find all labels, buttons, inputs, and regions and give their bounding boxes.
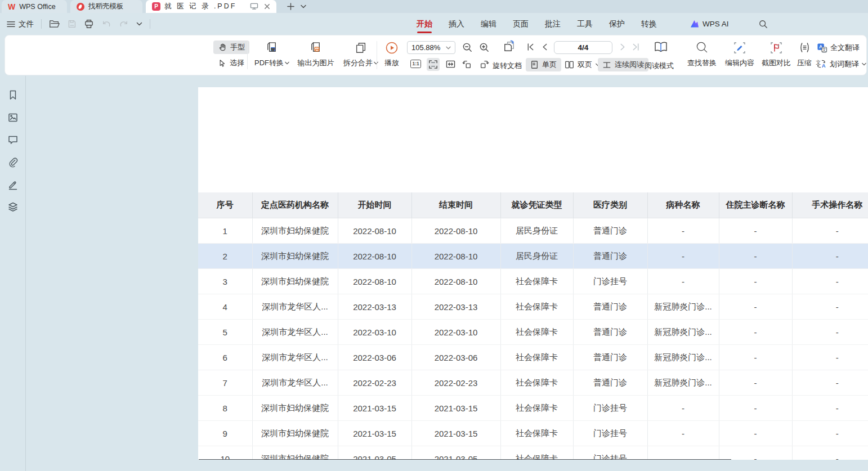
table-cell: -: [719, 320, 792, 345]
open-folder-icon[interactable]: [49, 19, 60, 29]
table-cell: -: [792, 446, 868, 460]
table-cell: -: [792, 370, 868, 396]
window-tab-bar: W WPS Office 找稻壳模板 P 就 医 记 录 .PDF: [0, 0, 868, 13]
table-cell: 深圳市妇幼保健院: [252, 269, 338, 294]
tab-wps-office[interactable]: W WPS Office: [2, 0, 67, 13]
table-cell: 深圳市龙华区人...: [252, 294, 338, 320]
edit-content-icon: [733, 41, 746, 55]
full-text-translate-button[interactable]: A文 全文翻译: [817, 43, 860, 53]
play-button[interactable]: 播放: [379, 40, 405, 68]
menu-tools[interactable]: 工具: [577, 19, 593, 29]
screenshot-compare-button[interactable]: 截图对比: [758, 40, 794, 68]
word-translate-button[interactable]: 文A 划词翻译: [816, 59, 866, 69]
cursor-icon: [218, 59, 226, 68]
rotate-document-icon[interactable]: [502, 39, 517, 55]
read-mode-label[interactable]: 阅读模式: [645, 61, 674, 71]
double-page-label: 双页: [578, 60, 592, 70]
wps-logo-icon: W: [8, 3, 15, 11]
first-page-button[interactable]: [527, 43, 534, 51]
rotate-left-button[interactable]: [462, 60, 472, 69]
menu-insert[interactable]: 插入: [449, 19, 464, 29]
continuous-reading-button[interactable]: 连续阅读: [598, 58, 648, 71]
divider: [41, 19, 42, 29]
table-cell: -: [647, 421, 719, 446]
single-page-label: 单页: [542, 60, 557, 70]
table-header-cell: 开始时间: [338, 192, 411, 218]
word-translate-icon: 文A: [816, 59, 827, 69]
more-commands-chevron-icon[interactable]: [136, 22, 142, 26]
tab-list-chevron-icon[interactable]: [301, 0, 306, 13]
actual-size-button[interactable]: 1:1: [410, 60, 421, 68]
ribbon-separator: [377, 41, 377, 69]
menu-comment[interactable]: 批注: [545, 19, 561, 29]
split-merge-icon: [354, 41, 368, 55]
undo-icon[interactable]: [101, 20, 111, 28]
table-cell: 2022-08-10: [411, 244, 500, 269]
menu-protect[interactable]: 保护: [609, 19, 625, 29]
zoom-level-value: 105.88%: [411, 43, 440, 52]
bookmark-icon[interactable]: [7, 89, 19, 101]
menu-search-button[interactable]: [759, 20, 768, 29]
table-cell: 2022-08-10: [338, 218, 411, 244]
full-text-translate-icon: A文: [817, 43, 827, 53]
save-icon[interactable]: [67, 19, 77, 29]
table-cell: 居民身份证: [500, 218, 573, 244]
file-menu-button[interactable]: 文件: [7, 19, 34, 29]
hand-tool-label: 手型: [230, 42, 245, 52]
pdf-convert-button[interactable]: W PDF转换: [250, 40, 293, 68]
hand-tool-button[interactable]: 手型: [213, 41, 249, 54]
fit-page-button[interactable]: [427, 58, 440, 71]
comment-icon[interactable]: [7, 134, 19, 145]
menu-bar: 开始 插入 编辑 页面 批注 工具 保护 转换 WPS AI: [417, 13, 768, 35]
table-cell: 居民身份证: [500, 244, 573, 269]
menu-convert[interactable]: 转换: [641, 19, 657, 29]
next-page-button[interactable]: [620, 43, 626, 51]
menu-home[interactable]: 开始: [417, 19, 432, 29]
tab-document-active[interactable]: P 就 医 记 录 .PDF: [146, 0, 276, 13]
thumbnails-icon[interactable]: [7, 112, 19, 123]
svg-text:文: 文: [822, 47, 826, 52]
redo-icon[interactable]: [119, 20, 129, 28]
table-header-cell: 就诊凭证类型: [500, 192, 573, 218]
previous-page-button[interactable]: [542, 43, 548, 51]
menu-edit[interactable]: 编辑: [481, 19, 496, 29]
compress-button[interactable]: 压缩: [792, 40, 817, 68]
rotate-right-button[interactable]: [479, 60, 489, 69]
menu-wps-ai[interactable]: WPS AI: [690, 20, 729, 28]
table-cell: -: [792, 396, 868, 421]
single-page-button[interactable]: 单页: [526, 58, 561, 71]
ribbon-toolbar: 手型 选择 W PDF转换 输出为图片 拆分合并 播放: [5, 35, 867, 75]
new-tab-button[interactable]: [287, 0, 295, 13]
tab-docer[interactable]: 找稻壳模板: [70, 0, 142, 13]
page-number-input[interactable]: 4/4: [554, 41, 612, 54]
divider: [150, 19, 150, 29]
rotate-document-label[interactable]: 旋转文档: [493, 61, 522, 71]
read-mode-icon[interactable]: [654, 40, 668, 54]
table-cell: 深圳市龙华区人...: [252, 320, 338, 345]
zoom-out-button[interactable]: [462, 42, 473, 53]
menu-page[interactable]: 页面: [513, 19, 529, 29]
pdf-file-icon: P: [152, 2, 160, 11]
table-cell: 2022-02-23: [338, 370, 411, 396]
export-image-button[interactable]: 输出为图片: [293, 40, 338, 68]
layers-icon[interactable]: [7, 201, 19, 213]
table-cell: 2022-03-13: [411, 294, 500, 320]
table-cell: 2022-02-23: [411, 370, 500, 396]
edit-content-button[interactable]: 编辑内容: [721, 40, 758, 68]
print-icon[interactable]: [84, 19, 94, 29]
close-tab-icon[interactable]: [264, 3, 270, 10]
select-tool-button[interactable]: 选择: [213, 56, 249, 70]
fit-width-button[interactable]: [445, 60, 456, 69]
table-cell: 门诊挂号: [573, 421, 647, 446]
find-replace-button[interactable]: 查找替换: [683, 40, 721, 68]
chevron-down-icon: [446, 46, 451, 50]
attachment-icon[interactable]: [7, 156, 18, 168]
last-page-button[interactable]: [632, 43, 639, 51]
table-cell: -: [647, 269, 719, 294]
zoom-in-button[interactable]: [479, 42, 490, 53]
zoom-level-select[interactable]: 105.88%: [407, 41, 455, 54]
table-header-cell: 病种名称: [647, 192, 719, 218]
table-cell: 社会保障卡: [500, 446, 573, 460]
screenshot-compare-label: 截图对比: [762, 58, 791, 68]
signature-icon[interactable]: [7, 179, 19, 190]
